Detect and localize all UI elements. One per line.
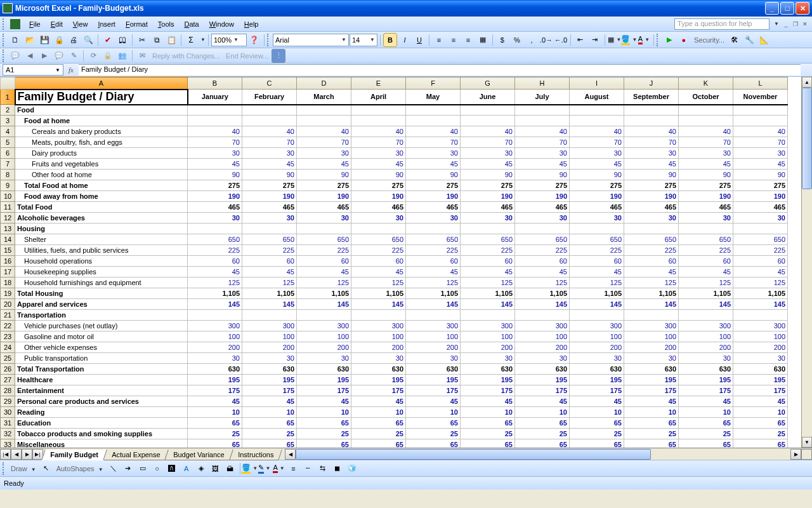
cell[interactable]: 465 bbox=[461, 202, 515, 213]
row-header[interactable]: 31 bbox=[1, 418, 15, 429]
cell[interactable]: 195 bbox=[679, 375, 733, 385]
row-header[interactable]: 15 bbox=[1, 245, 15, 256]
cell[interactable]: 175 bbox=[406, 385, 461, 396]
toolbar-grip-icon[interactable] bbox=[3, 34, 6, 46]
cell[interactable]: 125 bbox=[188, 277, 242, 288]
macro-play-icon[interactable]: ▶ bbox=[662, 33, 676, 47]
cell[interactable]: November bbox=[733, 90, 788, 105]
print-icon[interactable]: 🖨 bbox=[67, 33, 81, 47]
cell[interactable]: 45 bbox=[406, 396, 461, 407]
cell[interactable]: 45 bbox=[515, 396, 570, 407]
cell[interactable]: 30 bbox=[242, 148, 297, 159]
cell[interactable] bbox=[624, 116, 679, 126]
cell[interactable]: 275 bbox=[242, 180, 297, 191]
cell[interactable]: 1,105 bbox=[733, 288, 788, 299]
cell[interactable]: 65 bbox=[570, 418, 624, 429]
cell[interactable]: 100 bbox=[733, 331, 788, 342]
cell[interactable]: 175 bbox=[461, 385, 515, 396]
cell[interactable]: 90 bbox=[624, 170, 679, 180]
cell[interactable] bbox=[297, 224, 351, 234]
cell[interactable]: 630 bbox=[733, 364, 788, 375]
cell[interactable]: 175 bbox=[624, 385, 679, 396]
cell[interactable]: 45 bbox=[297, 396, 351, 407]
doc-close-button[interactable]: ✕ bbox=[801, 20, 809, 29]
cell[interactable]: 300 bbox=[406, 321, 461, 331]
cell[interactable]: 145 bbox=[624, 299, 679, 310]
cell[interactable]: 60 bbox=[461, 256, 515, 267]
cell[interactable]: 65 bbox=[406, 418, 461, 429]
cell[interactable]: 1,105 bbox=[351, 288, 406, 299]
cell[interactable] bbox=[679, 224, 733, 234]
cell[interactable]: 30 bbox=[624, 148, 679, 159]
new-doc-icon[interactable]: 🗋 bbox=[8, 33, 22, 47]
cell[interactable] bbox=[188, 116, 242, 126]
cell[interactable]: Total Food at home bbox=[15, 180, 188, 191]
cell[interactable]: 225 bbox=[297, 245, 351, 256]
row-header[interactable]: 21 bbox=[1, 310, 15, 321]
cell[interactable]: 30 bbox=[461, 213, 515, 224]
cell[interactable]: 65 bbox=[679, 418, 733, 429]
cell[interactable]: 30 bbox=[188, 353, 242, 364]
cell[interactable]: 65 bbox=[297, 439, 351, 448]
cell[interactable]: 45 bbox=[461, 396, 515, 407]
cell[interactable]: 10 bbox=[679, 407, 733, 418]
textbox-icon[interactable]: 🅰 bbox=[165, 462, 179, 476]
column-header[interactable]: G bbox=[461, 77, 515, 90]
research-icon[interactable]: 🕮 bbox=[115, 33, 129, 47]
cell[interactable]: 60 bbox=[297, 256, 351, 267]
cell[interactable]: Housing bbox=[15, 224, 188, 234]
cell[interactable] bbox=[297, 116, 351, 126]
cell[interactable] bbox=[733, 224, 788, 234]
cell[interactable]: Total Transportation bbox=[15, 364, 188, 375]
cell[interactable]: 190 bbox=[515, 191, 570, 202]
cell[interactable] bbox=[188, 105, 242, 116]
cell[interactable]: 200 bbox=[351, 342, 406, 353]
cell[interactable]: 145 bbox=[570, 299, 624, 310]
cell[interactable]: 195 bbox=[461, 375, 515, 385]
cell[interactable]: 25 bbox=[461, 429, 515, 439]
cell[interactable] bbox=[351, 116, 406, 126]
cell[interactable]: 200 bbox=[624, 342, 679, 353]
cell[interactable] bbox=[297, 310, 351, 321]
cell[interactable]: 630 bbox=[515, 364, 570, 375]
cell[interactable] bbox=[570, 224, 624, 234]
cell[interactable]: 30 bbox=[461, 148, 515, 159]
cell[interactable]: 30 bbox=[733, 148, 788, 159]
cell[interactable]: 40 bbox=[515, 126, 570, 137]
cell[interactable]: 70 bbox=[406, 137, 461, 148]
row-header[interactable]: 30 bbox=[1, 407, 15, 418]
row-header[interactable]: 1 bbox=[1, 90, 15, 105]
cell[interactable]: 300 bbox=[570, 321, 624, 331]
cell[interactable] bbox=[679, 310, 733, 321]
cell[interactable]: 125 bbox=[733, 277, 788, 288]
cell[interactable]: 90 bbox=[188, 170, 242, 180]
cell[interactable]: 30 bbox=[679, 148, 733, 159]
cell[interactable]: 30 bbox=[351, 148, 406, 159]
cell[interactable]: 25 bbox=[297, 429, 351, 439]
cell[interactable]: 70 bbox=[570, 137, 624, 148]
cell[interactable]: 145 bbox=[406, 299, 461, 310]
doc-minimize-button[interactable]: _ bbox=[782, 20, 790, 29]
cell[interactable]: 175 bbox=[297, 385, 351, 396]
cell[interactable]: 650 bbox=[733, 234, 788, 245]
cell[interactable]: 125 bbox=[297, 277, 351, 288]
cell[interactable]: 195 bbox=[515, 375, 570, 385]
cell[interactable]: Healthcare bbox=[15, 375, 188, 385]
cell[interactable]: 100 bbox=[351, 331, 406, 342]
row-header[interactable]: 29 bbox=[1, 396, 15, 407]
row-header[interactable]: 32 bbox=[1, 429, 15, 439]
cell[interactable]: 30 bbox=[515, 148, 570, 159]
cell[interactable]: 30 bbox=[461, 353, 515, 364]
cell[interactable]: 65 bbox=[570, 439, 624, 448]
show-ink-icon[interactable]: ✎ bbox=[67, 49, 81, 63]
column-header[interactable]: I bbox=[570, 77, 624, 90]
cell[interactable]: 650 bbox=[188, 234, 242, 245]
cell[interactable]: 100 bbox=[242, 331, 297, 342]
row-header[interactable]: 18 bbox=[1, 277, 15, 288]
cell[interactable]: 630 bbox=[624, 364, 679, 375]
cell[interactable]: February bbox=[242, 90, 297, 105]
cell[interactable]: 65 bbox=[624, 418, 679, 429]
sheet-tab[interactable]: Family Budget bbox=[41, 450, 107, 460]
cell[interactable]: 100 bbox=[624, 331, 679, 342]
cell[interactable]: 650 bbox=[679, 234, 733, 245]
